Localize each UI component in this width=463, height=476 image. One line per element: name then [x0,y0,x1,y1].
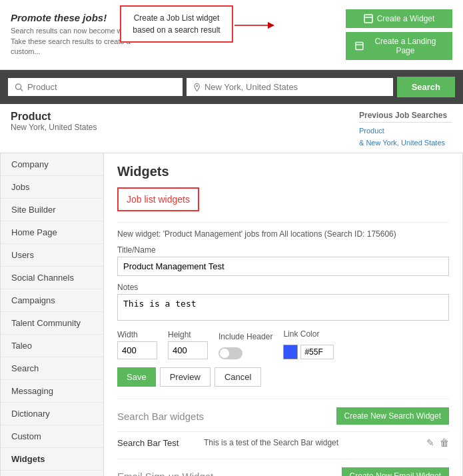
height-label: Height [168,330,208,339]
location-icon [193,83,201,92]
notes-label: Notes [117,283,449,292]
include-header-label: Include Header [219,332,272,341]
search-bar-section-header: Search Bar widgets Create New Search Wid… [117,407,449,425]
location-input[interactable] [205,82,386,92]
widget-actions: ✎ 🗑 [426,437,449,448]
sidebar-item-users[interactable]: Users [1,244,103,267]
top-banner: Promote these jobs! Search results can n… [0,0,463,70]
notes-form-row: Notes This is a test [117,283,449,323]
svg-line-7 [21,89,23,91]
create-landing-button[interactable]: Create a Landing Page [346,32,452,60]
search-bar-widget-name: Search Bar Test [117,438,204,448]
svg-rect-4 [356,43,363,50]
widget-icon [364,14,373,23]
location-input-wrap [187,78,393,96]
section-divider-2 [117,459,449,459]
include-header-toggle[interactable] [219,347,242,359]
cancel-button[interactable]: Cancel [215,367,261,387]
search-bar: Search [0,70,463,104]
svg-rect-2 [364,15,372,23]
search-bar-widget-desc: This is a test of the Search Bar widget [204,438,426,447]
link-color-label: Link Color [283,329,334,339]
width-col: Width [117,330,157,359]
title-label: Title/Name [117,245,449,255]
create-email-widget-button[interactable]: Create New Email Widget [342,467,449,476]
callout-box: Create a Job List widget based on a sear… [120,5,233,43]
sidebar-item-company[interactable]: Company [1,153,103,176]
prev-searches-title: Previous Job Searches [359,111,452,123]
sidebar-item-search[interactable]: Search [1,357,103,380]
section-divider-1 [117,399,449,399]
title-input[interactable] [117,257,449,276]
title-form-row: Title/Name [117,245,449,276]
job-list-label: Job list widgets [127,194,190,205]
sidebar-item-social-channels[interactable]: Social Channels [1,267,103,289]
color-swatch[interactable] [283,345,298,359]
preview-button[interactable]: Preview [160,367,211,387]
sidebar-divider [1,471,103,476]
search-bar-widget-item: Search Bar Test This is a test of the Se… [117,431,449,453]
search-icon [15,83,23,92]
search-bar-section-title: Search Bar widgets [117,411,204,422]
include-header-col: Include Header [219,332,272,359]
create-search-widget-button[interactable]: Create New Search Widget [336,407,449,425]
email-section-title: Email Sign-up Widget [117,471,213,476]
prev-search-1[interactable]: Product [359,125,452,137]
keyword-input-wrap [8,78,183,96]
sidebar-item-messaging[interactable]: Messaging [1,380,103,403]
previous-searches: Previous Job Searches Product & New York… [359,111,452,149]
banner-buttons: Create a Widget Create a Landing Page [346,9,452,60]
results-area: Product New York, United States Previous… [0,104,463,153]
results-left: Product New York, United States [11,111,97,149]
svg-point-6 [15,83,21,89]
color-hex-input[interactable] [300,345,334,359]
job-list-section-box: Job list widgets [117,187,199,211]
sidebar-item-taleo[interactable]: Taleo [1,335,103,357]
sidebar-item-talent-community[interactable]: Talent Community [1,312,103,335]
email-section-header: Email Sign-up Widget Create New Email Wi… [117,467,449,476]
callout-arrow [234,19,274,34]
create-widget-button[interactable]: Create a Widget [346,9,452,28]
notes-textarea[interactable]: This is a test [117,294,449,321]
main-panel: Widgets Job list widgets New widget: 'Pr… [104,153,462,476]
results-location: New York, United States [11,123,97,132]
height-input[interactable] [168,341,208,359]
link-color-inner [283,345,334,359]
callout-text: Create a Job List widget based on a sear… [133,13,220,35]
sidebar-item-dictionary[interactable]: Dictionary [1,403,103,425]
sidebar-item-custom[interactable]: Custom [1,425,103,448]
sidebar: Company Jobs Site Builder Home Page User… [1,153,104,476]
height-col: Height [168,330,208,359]
svg-point-8 [196,85,198,87]
landing-icon [355,41,364,51]
edit-icon[interactable]: ✎ [426,437,434,448]
search-button[interactable]: Search [397,77,455,97]
sidebar-item-jobs[interactable]: Jobs [1,176,103,199]
action-buttons: Save Preview Cancel [117,367,449,387]
sidebar-item-home-page[interactable]: Home Page [1,221,103,244]
link-color-col: Link Color [283,329,334,359]
trash-icon[interactable]: 🗑 [440,437,449,448]
svg-marker-1 [268,22,274,29]
sidebar-item-widgets[interactable]: Widgets [1,448,103,471]
prev-search-2[interactable]: & New York, United States [359,137,452,149]
dimensions-row: Width Height Include Header Link Color [117,329,449,359]
keyword-input[interactable] [27,82,176,92]
panel-title: Widgets [117,164,449,179]
results-title: Product [11,111,97,123]
main-content: Company Jobs Site Builder Home Page User… [0,153,463,476]
sidebar-item-site-builder[interactable]: Site Builder [1,199,103,221]
widget-info: New widget: 'Product Management' jobs fr… [117,222,449,239]
width-input[interactable] [117,341,157,359]
width-label: Width [117,330,157,339]
save-button[interactable]: Save [117,367,156,387]
sidebar-item-campaigns[interactable]: Campaigns [1,289,103,312]
